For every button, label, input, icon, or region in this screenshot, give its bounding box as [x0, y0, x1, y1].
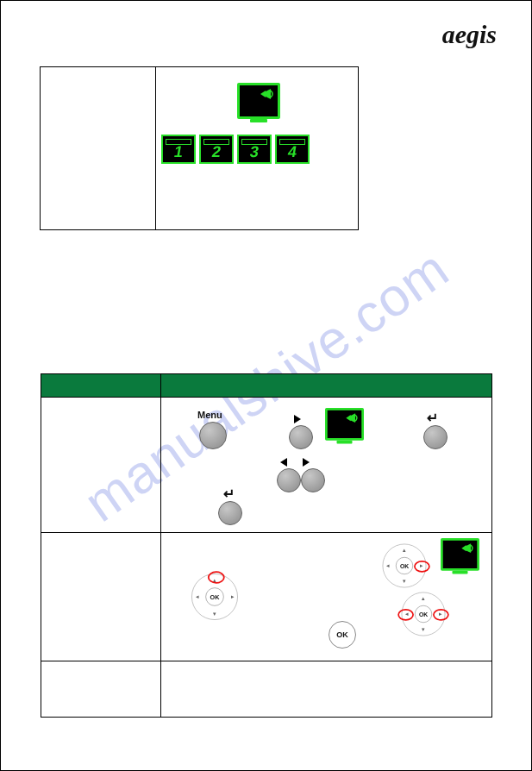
return-button[interactable]	[423, 425, 448, 449]
return-button-2[interactable]	[218, 501, 242, 525]
chip-2: 2	[199, 135, 234, 164]
chip-1: 1	[161, 135, 196, 164]
megaphone-icon	[259, 87, 276, 101]
ok-button-standalone[interactable]: OK	[329, 621, 356, 649]
instruction-table: Menu ↵ ↵	[41, 373, 492, 718]
dpad-ok[interactable]: OK	[205, 587, 224, 606]
t1-right-cell: 1 2 3 4	[156, 67, 359, 230]
t2-header-row	[41, 374, 492, 398]
chip-3: 3	[237, 135, 272, 164]
t2-r1-right: Menu ↵ ↵	[161, 398, 492, 533]
monitor-icon-small-2	[441, 538, 479, 574]
monitor-icon-small	[325, 408, 364, 443]
play-icon	[294, 415, 301, 423]
right-button[interactable]	[301, 468, 325, 492]
left-button[interactable]	[277, 468, 301, 492]
channel-chips: 1 2 3 4	[161, 135, 310, 164]
highlight-ring-right	[414, 561, 430, 573]
left-arrow-icon	[280, 458, 287, 467]
highlight-ring-left	[397, 609, 414, 621]
play-button[interactable]	[289, 425, 313, 449]
highlight-ring-up	[208, 571, 225, 583]
brand-logo: aegis	[442, 20, 497, 49]
return-icon-2: ↵	[223, 487, 235, 501]
dpad-ok-3[interactable]: OK	[415, 605, 432, 623]
dpad-ok-2[interactable]: OK	[396, 557, 413, 574]
menu-label: Menu	[197, 410, 222, 420]
monitor-icon	[237, 83, 280, 122]
right-arrow-icon	[303, 458, 310, 467]
menu-button[interactable]	[199, 422, 227, 449]
highlight-ring-right-2	[433, 609, 449, 621]
return-icon: ↵	[427, 411, 438, 425]
t2-r2-left	[41, 533, 161, 661]
t1-left-cell	[41, 67, 156, 230]
t2-r2-right: ▴▾◂▸ OK ▴▾◂▸ OK ▴▾◂▸	[161, 533, 492, 661]
diagram-table-top: 1 2 3 4	[40, 66, 359, 230]
page: aegis manualshive.com 1 2 3 4	[0, 0, 532, 771]
dpad-top-right[interactable]: ▴▾◂▸ OK	[383, 544, 427, 588]
dpad-bottom-right[interactable]: ▴▾◂▸ OK	[402, 592, 446, 636]
t2-r3-right	[161, 661, 492, 718]
dpad-left[interactable]: ▴▾◂▸ OK	[191, 574, 238, 620]
t2-r3-left	[41, 661, 161, 718]
chip-4: 4	[275, 135, 310, 164]
t2-r1-left	[41, 398, 161, 533]
